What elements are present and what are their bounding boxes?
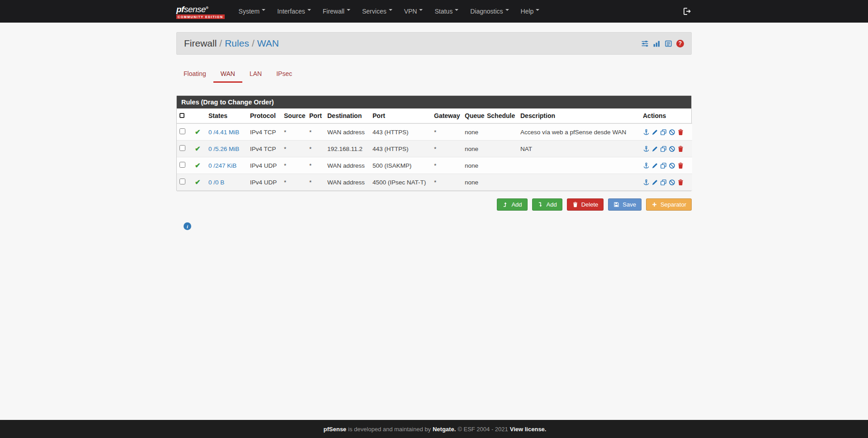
states-link[interactable]: 0 /0 B <box>208 179 224 186</box>
footer-brand: pfSense <box>324 426 347 433</box>
disable-icon[interactable] <box>669 146 675 152</box>
logout-icon[interactable] <box>683 7 692 16</box>
dest-port-cell: 443 (HTTPS) <box>370 123 431 141</box>
caret-down-icon <box>536 9 539 13</box>
rule-row[interactable]: ✔ 0 /4.41 MiB IPv4 TCP * * WAN address 4… <box>177 123 692 141</box>
nav-item-diagnostics[interactable]: Diagnostics <box>464 0 514 23</box>
destination-cell: 192.168.11.2 <box>325 141 370 157</box>
related-settings-icon[interactable] <box>641 40 649 47</box>
source-port-cell: * <box>307 157 325 174</box>
column-header-dest-port: Port <box>370 108 431 123</box>
states-link[interactable]: 0 /247 KiB <box>208 162 236 169</box>
source-port-cell: * <box>307 123 325 141</box>
delete-rules-button[interactable]: Delete <box>567 198 604 211</box>
states-link[interactable]: 0 /5.26 MiB <box>208 146 239 152</box>
column-header-actions: Actions <box>640 108 692 123</box>
disable-icon[interactable] <box>669 129 675 136</box>
tab-floating[interactable]: Floating <box>176 66 213 83</box>
edit-icon[interactable] <box>651 146 658 152</box>
delete-icon[interactable] <box>677 146 684 152</box>
edit-icon[interactable] <box>651 162 658 169</box>
nav-item-firewall[interactable]: Firewall <box>317 0 356 23</box>
nav-item-help[interactable]: Help <box>515 0 546 23</box>
column-header-states: States <box>206 108 247 123</box>
pfsense-logo[interactable]: pfsense® COMMUNITY EDITION <box>176 4 225 19</box>
column-header-gateway: Gateway <box>431 108 462 123</box>
nav-item-system[interactable]: System <box>233 0 272 23</box>
column-header-schedule: Schedule <box>484 108 518 123</box>
queue-cell: none <box>462 157 484 174</box>
nav-item-services[interactable]: Services <box>356 0 398 23</box>
column-header-destination: Destination <box>325 108 370 123</box>
rule-row[interactable]: ✔ 0 /5.26 MiB IPv4 TCP * * 192.168.11.2 … <box>177 141 692 157</box>
rule-select-checkbox[interactable] <box>179 179 185 184</box>
delete-icon[interactable] <box>677 129 684 136</box>
edit-icon[interactable] <box>651 179 658 186</box>
breadcrumb-link-rules[interactable]: Rules <box>225 38 249 48</box>
column-header-queue: Queue <box>462 108 484 123</box>
log-view-icon[interactable] <box>665 40 672 47</box>
tab-lan[interactable]: LAN <box>242 66 269 83</box>
nav-item-vpn[interactable]: VPN <box>398 0 429 23</box>
disable-icon[interactable] <box>669 179 675 186</box>
anchor-icon[interactable] <box>643 179 650 186</box>
nav-item-status[interactable]: Status <box>429 0 464 23</box>
caret-down-icon <box>262 9 265 13</box>
add-separator-button[interactable]: Separator <box>646 198 692 211</box>
schedule-cell <box>484 141 518 157</box>
help-icon[interactable]: ? <box>676 40 684 47</box>
rule-row[interactable]: ✔ 0 /0 B IPv4 UDP * * WAN address 4500 (… <box>177 174 692 191</box>
add-rule-bottom-button[interactable]: Add <box>532 198 562 211</box>
breadcrumb-link-wan[interactable]: WAN <box>257 38 279 48</box>
status-chart-icon[interactable] <box>653 40 660 47</box>
community-edition-label: COMMUNITY EDITION <box>176 14 225 19</box>
caret-down-icon <box>505 9 509 13</box>
delete-icon[interactable] <box>677 179 684 186</box>
interface-tabs: Floating WAN LAN IPsec <box>176 66 692 83</box>
rule-select-checkbox[interactable] <box>179 128 185 134</box>
copy-icon[interactable] <box>660 129 667 136</box>
level-down-icon <box>538 202 543 207</box>
description-cell <box>518 174 640 191</box>
source-cell: * <box>281 123 307 141</box>
footer-company-link[interactable]: Netgate. <box>433 426 456 433</box>
rule-pass-icon: ✔ <box>195 145 201 152</box>
states-link[interactable]: 0 /4.41 MiB <box>208 129 239 136</box>
page-header: Firewall/Rules/WAN ? <box>176 32 692 55</box>
copy-icon[interactable] <box>660 162 667 169</box>
rule-select-checkbox[interactable] <box>179 145 185 151</box>
source-cell: * <box>281 141 307 157</box>
caret-down-icon <box>389 9 392 13</box>
tab-wan[interactable]: WAN <box>213 66 242 83</box>
protocol-cell: IPv4 TCP <box>247 141 281 157</box>
description-cell: Acceso vía web a pfSense desde WAN <box>518 123 640 141</box>
caret-down-icon <box>307 9 311 13</box>
pfsense-logo-text: pfsense® <box>176 4 225 14</box>
add-rule-top-button[interactable]: Add <box>497 198 527 211</box>
delete-icon[interactable] <box>677 162 684 169</box>
nav-item-interfaces[interactable]: Interfaces <box>271 0 316 23</box>
info-icon[interactable]: i <box>184 222 191 230</box>
copy-icon[interactable] <box>660 146 667 152</box>
caret-down-icon <box>347 9 350 13</box>
disable-icon[interactable] <box>669 162 675 169</box>
save-icon <box>613 202 619 207</box>
schedule-cell <box>484 157 518 174</box>
top-navbar: pfsense® COMMUNITY EDITION System Interf… <box>0 0 868 23</box>
copy-icon[interactable] <box>660 179 667 186</box>
save-button[interactable]: Save <box>608 198 642 211</box>
tab-ipsec[interactable]: IPsec <box>269 66 299 83</box>
destination-cell: WAN address <box>325 123 370 141</box>
anchor-icon[interactable] <box>643 129 650 136</box>
table-header-row: States Protocol Source Port Destination … <box>177 108 692 123</box>
view-license-link[interactable]: View license. <box>510 426 547 433</box>
anchor-icon[interactable] <box>643 146 650 152</box>
rule-select-checkbox[interactable] <box>179 162 185 168</box>
select-all-checkbox[interactable] <box>179 113 184 118</box>
schedule-cell <box>484 174 518 191</box>
rule-pass-icon: ✔ <box>195 128 201 136</box>
footer-text: is developed and maintained by <box>348 426 431 433</box>
anchor-icon[interactable] <box>643 162 650 169</box>
edit-icon[interactable] <box>651 129 658 136</box>
rule-row[interactable]: ✔ 0 /247 KiB IPv4 UDP * * WAN address 50… <box>177 157 692 174</box>
